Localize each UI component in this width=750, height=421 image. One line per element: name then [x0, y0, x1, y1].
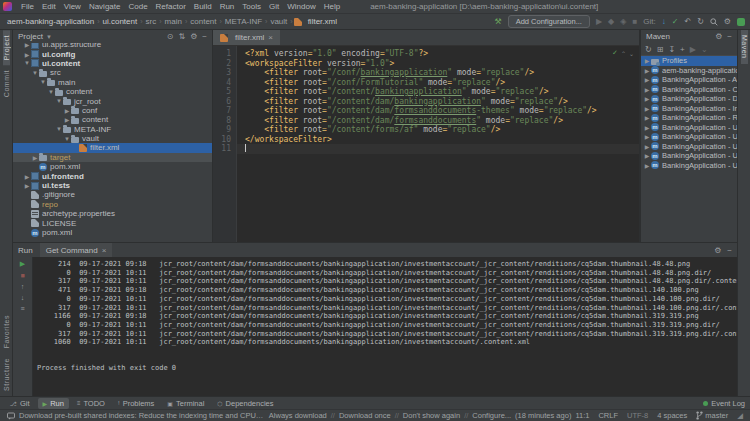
- breadcrumb-item-ui.content[interactable]: ui.content: [101, 17, 140, 26]
- chevron-right-icon[interactable]: ▶: [23, 173, 31, 180]
- project-tree-item-META-INF[interactable]: ▼META-INF: [13, 125, 212, 134]
- maven-item-bankingapplication-repository-structure[interactable]: ▶mBankingApplication - Repository Struct…: [641, 113, 737, 123]
- caret-position[interactable]: 11:1: [575, 411, 589, 420]
- console-output[interactable]: 214 09-17-2021 09:18 jcr_root/content/da…: [33, 257, 737, 396]
- ide-updates-icon[interactable]: [737, 18, 745, 26]
- prev-problem-icon[interactable]: ⌃: [621, 50, 626, 57]
- rerun-icon[interactable]: ▶: [20, 260, 25, 268]
- maven-execute-icon[interactable]: ⊞: [657, 45, 664, 54]
- menu-refactor[interactable]: Refactor: [152, 2, 190, 11]
- project-tree-item-content[interactable]: ▶content: [13, 115, 212, 124]
- code-area[interactable]: 1234567891011 <?xml version="1.0" encodi…: [213, 46, 639, 242]
- project-tree-item-repo[interactable]: repo: [13, 200, 212, 209]
- git-branch-widget[interactable]: master: [696, 411, 728, 420]
- chevron-right-icon[interactable]: ▶: [63, 116, 71, 123]
- git-update-icon[interactable]: ↓: [662, 18, 666, 26]
- run-icon[interactable]: ▶: [596, 18, 602, 26]
- menu-code[interactable]: Code: [124, 2, 151, 11]
- maven-item-bankingapplication-ui-frontend[interactable]: ▶mBankingApplication - UI Frontend: [641, 151, 737, 161]
- chevron-down-icon[interactable]: ▼: [55, 126, 63, 132]
- chevron-down-icon[interactable]: ▼: [63, 136, 71, 142]
- chevron-right-icon[interactable]: ▶: [643, 143, 651, 150]
- breadcrumb-item-filter.xml[interactable]: filter.xml: [294, 17, 337, 26]
- maven-item-bankingapplication-integration-tests[interactable]: ▶mBankingApplication - Integration Tests: [641, 104, 737, 114]
- chevron-right-icon[interactable]: ▶: [23, 43, 31, 48]
- event-log-button[interactable]: Event Log: [703, 399, 745, 408]
- breadcrumb-item-vault[interactable]: vault: [268, 17, 289, 26]
- chevron-right-icon[interactable]: ▶: [643, 86, 651, 93]
- menu-build[interactable]: Build: [190, 2, 216, 11]
- chevron-right-icon[interactable]: ▶: [643, 105, 651, 112]
- chevron-right-icon[interactable]: ▶: [643, 152, 651, 159]
- settings-gear-icon[interactable]: ⚙: [714, 246, 721, 255]
- git-history-icon[interactable]: ↻: [697, 18, 704, 26]
- down-stack-icon[interactable]: ↓: [21, 294, 25, 301]
- resize-grip-icon[interactable]: ◢: [737, 411, 743, 420]
- project-tree-item-archetype.properties[interactable]: archetype.properties: [13, 209, 212, 218]
- stop-icon[interactable]: ■: [632, 18, 637, 26]
- project-tree-item-LICENSE[interactable]: LICENSE: [13, 218, 212, 227]
- project-tree-item-main[interactable]: ▼main: [13, 78, 212, 87]
- tool-window-button-problems[interactable]: !Problems: [113, 398, 159, 409]
- status-link-always-download[interactable]: Always download: [269, 411, 327, 420]
- project-tree-item-content[interactable]: ▼content: [13, 87, 212, 96]
- project-tree-item-jcr_root[interactable]: ▼jcr_root: [13, 96, 212, 105]
- menu-view[interactable]: View: [60, 2, 85, 11]
- maven-item-bankingapplication-dispatcher[interactable]: ▶mBankingApplication - Dispatcher: [641, 94, 737, 104]
- project-tree-item-filter.xml[interactable]: filter.xml: [13, 143, 212, 152]
- search-everywhere-icon[interactable]: [710, 18, 718, 26]
- menu-file[interactable]: File: [17, 2, 38, 11]
- tool-window-button-run[interactable]: ▶Run: [38, 398, 69, 409]
- git-commit-icon[interactable]: ✓: [672, 18, 679, 26]
- chevron-right-icon[interactable]: ▶: [63, 107, 71, 114]
- menu-help[interactable]: Help: [320, 2, 344, 11]
- git-revert-icon[interactable]: ↶: [684, 18, 691, 26]
- debug-icon[interactable]: ◆: [608, 18, 614, 26]
- stripe-button-favorites[interactable]: Favorites: [3, 310, 10, 353]
- project-tree-item-ui.tests[interactable]: ▶ui.tests: [13, 181, 212, 190]
- chevron-right-icon[interactable]: ▶: [643, 67, 651, 74]
- chevron-right-icon[interactable]: ▶: [643, 133, 651, 140]
- project-panel-title[interactable]: Project: [18, 32, 43, 41]
- stripe-button-project[interactable]: Project: [3, 30, 10, 65]
- maven-item-bankingapplication-all[interactable]: ▶mBankingApplication - All: [641, 75, 737, 85]
- maven-item-aem-banking-application[interactable]: ▶maem-banking-application: [641, 66, 737, 76]
- run-tab-get-command[interactable]: Get Command ×: [40, 243, 113, 257]
- chevron-down-icon[interactable]: ▼: [46, 34, 52, 40]
- menu-window[interactable]: Window: [283, 2, 319, 11]
- stripe-button-maven[interactable]: Maven: [741, 30, 748, 64]
- menu-git[interactable]: Git: [265, 2, 283, 11]
- locate-file-icon[interactable]: ⊙: [167, 32, 174, 41]
- breadcrumb-item-aem-banking-application[interactable]: aem-banking-application: [5, 17, 96, 26]
- build-hammer-icon[interactable]: ⚒: [494, 18, 501, 26]
- maven-download-sources-icon[interactable]: ↧: [668, 45, 675, 54]
- breadcrumb-item-content[interactable]: content: [188, 17, 218, 26]
- settings-gear-icon[interactable]: ⚙: [190, 32, 197, 41]
- chevron-down-icon[interactable]: ▼: [39, 79, 47, 85]
- chevron-down-icon[interactable]: ▼: [47, 89, 55, 95]
- hide-panel-icon[interactable]: −: [202, 32, 207, 41]
- maven-item-bankingapplication-ui-config[interactable]: ▶mBankingApplication - UI config: [641, 132, 737, 142]
- close-icon[interactable]: ×: [102, 246, 107, 255]
- menu-tools[interactable]: Tools: [238, 2, 265, 11]
- chevron-right-icon[interactable]: ▶: [23, 182, 31, 189]
- chevron-right-icon[interactable]: ▶: [643, 76, 651, 83]
- maven-item-profiles[interactable]: ▶Profiles: [641, 56, 737, 66]
- maven-expand-icon[interactable]: ⌄: [701, 45, 708, 54]
- chevron-down-icon[interactable]: ▼: [55, 98, 63, 104]
- tool-window-button-terminal[interactable]: ▣Terminal: [162, 398, 209, 409]
- status-link-configure-[interactable]: Configure...: [472, 411, 511, 420]
- menu-edit[interactable]: Edit: [38, 2, 60, 11]
- coverage-icon[interactable]: ◈: [620, 18, 626, 26]
- project-tree-item-ui.config[interactable]: ▶ui.config: [13, 49, 212, 58]
- status-link-download-once[interactable]: Download once: [339, 411, 391, 420]
- breadcrumb-item-META-INF[interactable]: META-INF: [223, 17, 264, 26]
- settings-gear-icon[interactable]: ⚙: [715, 32, 722, 41]
- line-separator[interactable]: CRLF: [598, 411, 618, 420]
- maven-item-bankingapplication-core[interactable]: ▶mBankingApplication - Core: [641, 85, 737, 95]
- stop-icon[interactable]: ■: [20, 272, 24, 279]
- project-tree-item-ui.frontend[interactable]: ▶ui.frontend: [13, 171, 212, 180]
- project-tree-item-.gitignore[interactable]: .gitignore: [13, 190, 212, 199]
- breadcrumb-item-src[interactable]: src: [144, 17, 159, 26]
- up-stack-icon[interactable]: ↑: [21, 283, 25, 290]
